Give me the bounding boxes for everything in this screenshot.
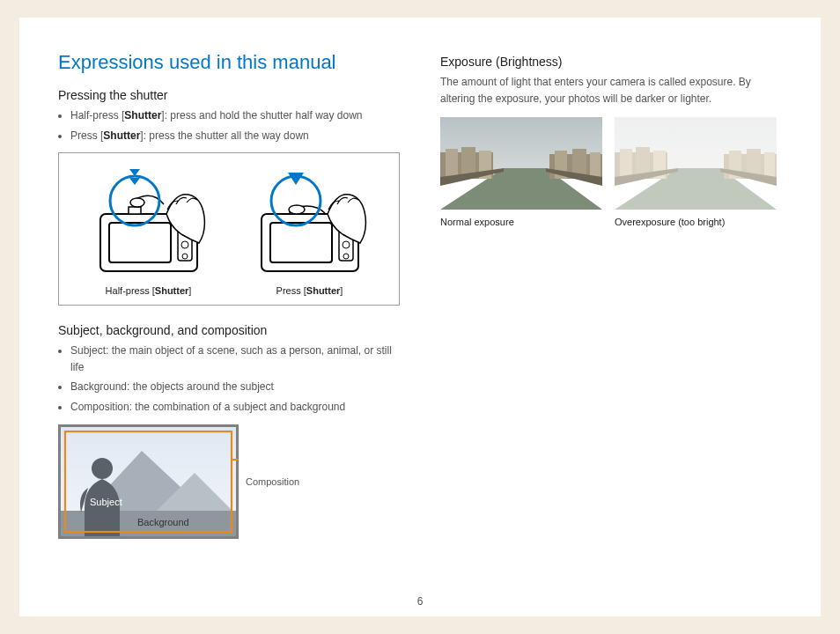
composition-bullets: Subject: the main object of a scene, suc… xyxy=(58,343,400,415)
label-composition: Composition xyxy=(246,476,299,487)
heading-exposure: Exposure (Brightness) xyxy=(440,55,782,69)
photo-normal-exposure: Normal exposure xyxy=(440,117,602,227)
svg-point-24 xyxy=(92,458,113,479)
shutter-bullet-1: Half-press [Shutter]: press and hold the… xyxy=(70,107,400,124)
exposure-photo-row: Normal exposure xyxy=(440,117,782,227)
comp-bullet-3: Composition: the combination of a subjec… xyxy=(70,399,400,416)
caption-normal-exposure: Normal exposure xyxy=(440,217,602,227)
right-column: Exposure (Brightness) The amount of ligh… xyxy=(440,51,782,542)
svg-rect-48 xyxy=(764,152,775,179)
svg-rect-36 xyxy=(590,152,601,179)
caption-full-press: Press [Shutter] xyxy=(244,285,376,296)
svg-rect-42 xyxy=(620,149,632,179)
comp-bullet-2: Background: the objects around the subje… xyxy=(70,379,400,395)
caption-overexposure: Overexposure (too bright) xyxy=(615,217,777,227)
heading-composition: Subject, background, and composition xyxy=(58,323,400,337)
svg-marker-9 xyxy=(129,169,140,176)
svg-rect-12 xyxy=(270,223,332,262)
svg-marker-20 xyxy=(288,173,304,185)
page-number: 6 xyxy=(19,595,821,608)
svg-rect-30 xyxy=(446,149,458,179)
label-background: Background xyxy=(137,517,189,527)
shutter-bullet-2: Press [Shutter]: press the shutter all t… xyxy=(70,128,400,144)
heading-pressing-shutter: Pressing the shutter xyxy=(58,88,400,102)
photo-overexposure: Overexposure (too bright) xyxy=(615,117,777,227)
composition-diagram: Subject Background Composition xyxy=(58,424,299,539)
photo-overexposed-icon xyxy=(615,117,777,210)
exposure-body: The amount of light that enters your cam… xyxy=(440,74,782,107)
shutter-bullets: Half-press [Shutter]: press and hold the… xyxy=(58,107,400,144)
camera-half-press-icon xyxy=(83,166,215,280)
left-column: Expressions used in this manual Pressing… xyxy=(58,51,400,542)
camera-full-press-icon xyxy=(244,166,376,280)
manual-page: Expressions used in this manual Pressing… xyxy=(19,18,821,616)
svg-rect-6 xyxy=(129,207,141,214)
illus-full-press: Press [Shutter] xyxy=(244,166,376,296)
page-title: Expressions used in this manual xyxy=(58,51,400,74)
illus-half-press: Half-press [Shutter] xyxy=(83,166,215,296)
shutter-illustration-box: Half-press [Shutter] xyxy=(58,152,400,306)
comp-bullet-1: Subject: the main object of a scene, suc… xyxy=(70,343,400,375)
label-subject: Subject xyxy=(90,497,122,507)
caption-half-press: Half-press [Shutter] xyxy=(83,285,215,296)
svg-marker-10 xyxy=(129,178,140,185)
svg-rect-1 xyxy=(109,223,171,262)
composition-illustration-icon: Subject Background xyxy=(58,424,239,539)
svg-point-7 xyxy=(130,198,144,207)
svg-point-18 xyxy=(289,205,305,214)
photo-normal-icon xyxy=(440,117,602,210)
